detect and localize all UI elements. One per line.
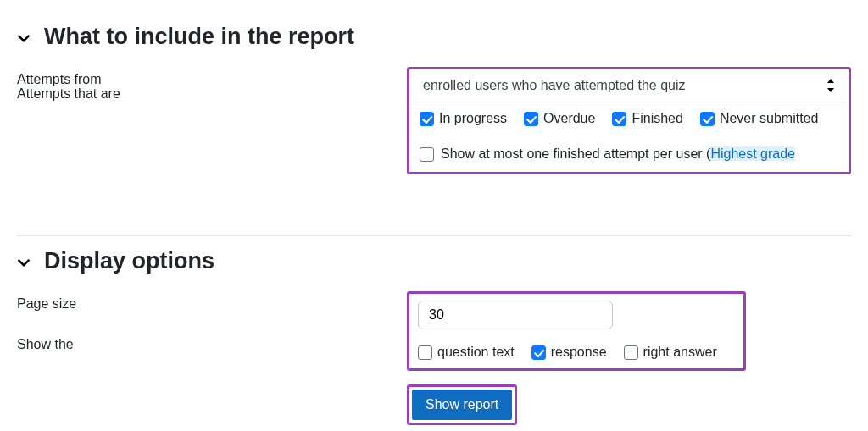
show-report-highlight: Show report (407, 384, 517, 425)
section-include-title: What to include in the report (44, 24, 354, 50)
label-attempts-from: Attempts from (17, 67, 407, 87)
row-submit: Show report (17, 384, 851, 431)
one-attempt-prefix: Show at most one finished attempt per us… (441, 146, 710, 161)
checkbox-right-answer[interactable]: right answer (624, 345, 717, 360)
section-include-header[interactable]: What to include in the report (17, 24, 851, 50)
chevron-down-icon (17, 31, 29, 43)
checkbox-icon (624, 345, 638, 360)
checkbox-one-attempt[interactable] (420, 147, 434, 162)
checkbox-overdue[interactable]: Overdue (524, 111, 595, 126)
checkbox-never-submitted[interactable]: Never submitted (700, 111, 819, 126)
row-attempts-from: Attempts from enrolled users who have at… (17, 62, 851, 174)
checkbox-response[interactable]: response (531, 345, 607, 360)
select-sort-icon (826, 79, 835, 92)
checkbox-label: question text (437, 345, 515, 360)
checkbox-label: Never submitted (720, 111, 819, 126)
highest-grade-link[interactable]: Highest grade (710, 146, 795, 161)
attempts-state-checkboxes: In progress Overdue Finished Never submi… (411, 102, 847, 128)
section-display-header[interactable]: Display options (17, 248, 851, 274)
row-page-size: Page size question text response right a… (17, 286, 851, 371)
label-page-size: Page size (17, 291, 407, 312)
chevron-down-icon (17, 256, 29, 268)
checkbox-in-progress[interactable]: In progress (420, 111, 507, 126)
display-highlight-box: question text response right answer (407, 291, 746, 371)
checkbox-icon (700, 112, 715, 126)
checkbox-label: Finished (632, 111, 682, 126)
show-report-button[interactable]: Show report (412, 390, 512, 420)
section-divider (17, 235, 851, 236)
checkbox-icon (418, 345, 432, 360)
checkbox-icon (531, 345, 546, 360)
attempts-highlight-box: enrolled users who have attempted the qu… (407, 67, 851, 174)
checkbox-label: Overdue (543, 111, 595, 126)
attempts-from-select[interactable]: enrolled users who have attempted the qu… (411, 71, 847, 102)
show-the-checkboxes: question text response right answer (409, 329, 743, 363)
section-display-title: Display options (44, 248, 214, 274)
checkbox-finished[interactable]: Finished (612, 111, 682, 126)
checkbox-label: response (551, 345, 607, 360)
page-size-input[interactable] (418, 301, 613, 329)
one-attempt-text: Show at most one finished attempt per us… (441, 146, 795, 162)
checkbox-icon (612, 112, 626, 126)
checkbox-question-text[interactable]: question text (418, 345, 515, 360)
checkbox-icon (524, 112, 538, 126)
attempts-from-value: enrolled users who have attempted the qu… (423, 78, 686, 93)
checkbox-label: In progress (439, 111, 507, 126)
one-finished-attempt-row: Show at most one finished attempt per us… (411, 128, 847, 165)
checkbox-icon (420, 112, 434, 126)
checkbox-label: right answer (643, 345, 717, 360)
